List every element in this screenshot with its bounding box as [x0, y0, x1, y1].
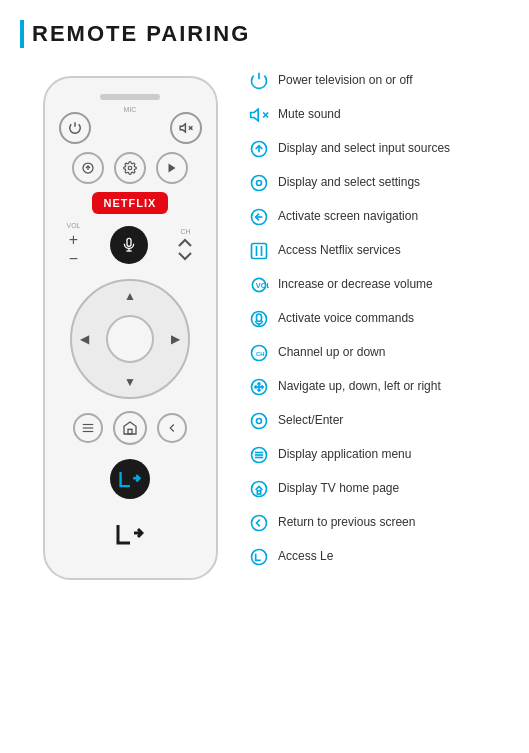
vol-label: VOL	[67, 222, 81, 229]
remote-section: MIC	[20, 66, 240, 580]
page-title: REMOTE PAIRING	[32, 21, 250, 47]
le-icon	[248, 546, 270, 568]
feature-settings: Display and select settings	[248, 172, 509, 194]
ch-down-icon[interactable]	[177, 251, 193, 261]
svg-rect-41	[257, 491, 260, 494]
nav-right-button[interactable]: ▶	[171, 332, 180, 346]
page-container: REMOTE PAIRING MIC	[0, 0, 529, 753]
remote-control: MIC	[43, 76, 218, 580]
feature-channel-text: Channel up or down	[278, 345, 385, 361]
netflix-button[interactable]: NETFLIX	[92, 192, 169, 214]
le-button[interactable]	[110, 459, 150, 499]
vol-up-button[interactable]: +	[69, 232, 78, 248]
feature-back: Return to previous screen	[248, 512, 509, 534]
feature-power-text: Power television on or off	[278, 73, 413, 89]
feature-le-text: Access Le	[278, 549, 333, 565]
feature-voice: Activate voice commands	[248, 308, 509, 330]
nav-pad: ▲ ▼ ◀ ▶	[70, 279, 190, 399]
home-icon	[248, 478, 270, 500]
svg-rect-12	[128, 429, 132, 434]
svg-text:CH: CH	[256, 351, 264, 357]
feature-power: Power television on or off	[248, 70, 509, 92]
feature-menu-text: Display application menu	[278, 447, 411, 463]
feature-mute-text: Mute sound	[278, 107, 341, 123]
input-icon	[248, 138, 270, 160]
svg-point-17	[257, 181, 262, 186]
feature-dpad: Navigate up, down, left or right	[248, 376, 509, 398]
select-icon	[248, 410, 270, 432]
remote-logo	[116, 523, 144, 545]
feature-home-text: Display TV home page	[278, 481, 399, 497]
channel-col: CH	[177, 228, 193, 261]
feature-volume: VOL Increase or decrease volume	[248, 274, 509, 296]
settings-icon	[248, 172, 270, 194]
feature-select: Select/Enter	[248, 410, 509, 432]
feature-volume-text: Increase or decrease volume	[278, 277, 433, 293]
svg-rect-6	[127, 238, 131, 246]
back-button[interactable]	[157, 413, 187, 443]
bottom-row	[59, 411, 202, 445]
feature-netflix: Access Netflix services	[248, 240, 509, 262]
svg-point-43	[252, 550, 267, 565]
feature-nav: Activate screen navigation	[248, 206, 509, 228]
svg-point-35	[257, 419, 262, 424]
settings-button[interactable]	[114, 152, 146, 184]
svg-point-4	[128, 166, 132, 170]
features-section: Power television on or off Mute sound	[240, 66, 509, 580]
feature-back-text: Return to previous screen	[278, 515, 415, 531]
power-icon	[248, 70, 270, 92]
nav-up-button[interactable]: ▲	[124, 289, 136, 303]
netflix-icon	[248, 240, 270, 262]
feature-input: Display and select input sources	[248, 138, 509, 160]
remote-row-netflix: NETFLIX	[59, 192, 202, 214]
nav-left-button[interactable]: ◀	[80, 332, 89, 346]
feature-dpad-text: Navigate up, down, left or right	[278, 379, 441, 395]
volume-col: VOL + −	[67, 222, 81, 267]
input-button[interactable]	[72, 152, 104, 184]
remote-row-1	[59, 112, 202, 144]
play-button[interactable]	[156, 152, 188, 184]
remote-row-2	[59, 152, 202, 184]
mute-icon	[248, 104, 270, 126]
svg-rect-27	[257, 314, 262, 322]
feature-voice-text: Activate voice commands	[278, 311, 414, 327]
svg-point-18	[252, 176, 267, 191]
feature-netflix-text: Access Netflix services	[278, 243, 401, 259]
vol-ch-row: VOL + − CH	[59, 222, 202, 267]
ch-label: CH	[180, 228, 190, 235]
feature-settings-text: Display and select settings	[278, 175, 420, 191]
mic-button[interactable]	[110, 226, 148, 264]
feature-input-text: Display and select input sources	[278, 141, 450, 157]
voice-icon	[248, 308, 270, 330]
menu-button[interactable]	[73, 413, 103, 443]
header: REMOTE PAIRING	[20, 20, 509, 48]
svg-text:VOL: VOL	[256, 281, 269, 290]
nav-down-button[interactable]: ▼	[124, 375, 136, 389]
back-icon	[248, 512, 270, 534]
svg-rect-21	[252, 244, 267, 259]
feature-menu: Display application menu	[248, 444, 509, 466]
header-accent-bar	[20, 20, 24, 48]
feature-home: Display TV home page	[248, 478, 509, 500]
svg-point-34	[252, 414, 267, 429]
nav-icon	[248, 206, 270, 228]
svg-marker-5	[169, 164, 176, 173]
main-content: MIC	[20, 66, 509, 580]
svg-point-42	[252, 516, 267, 531]
remote-top-bar	[100, 94, 160, 100]
power-button[interactable]	[59, 112, 91, 144]
feature-channel: CH Channel up or down	[248, 342, 509, 364]
nav-select-button[interactable]	[106, 315, 154, 363]
dpad-icon	[248, 376, 270, 398]
menu-icon	[248, 444, 270, 466]
vol-down-button[interactable]: −	[69, 251, 78, 267]
volume-icon: VOL	[248, 274, 270, 296]
feature-select-text: Select/Enter	[278, 413, 343, 429]
mic-label: MIC	[124, 106, 137, 113]
ch-up-icon[interactable]	[177, 238, 193, 248]
home-button[interactable]	[113, 411, 147, 445]
mute-button[interactable]	[170, 112, 202, 144]
feature-mute: Mute sound	[248, 104, 509, 126]
feature-nav-text: Activate screen navigation	[278, 209, 418, 225]
channel-icon: CH	[248, 342, 270, 364]
